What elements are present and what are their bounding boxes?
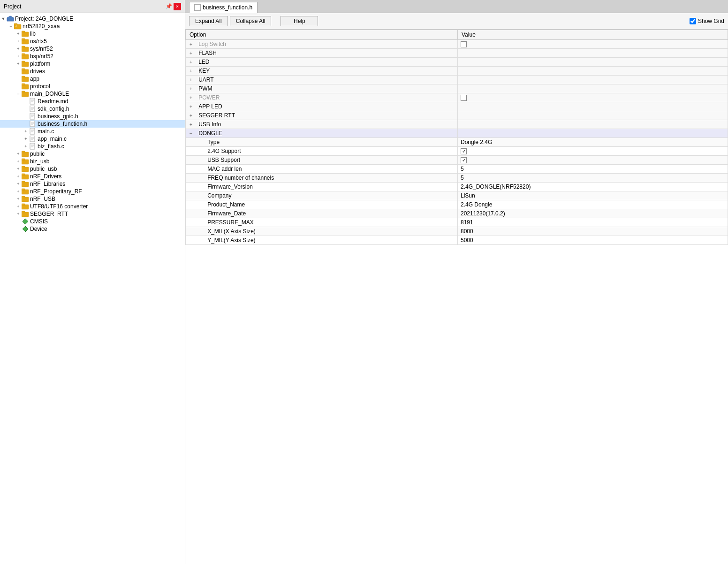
tree-item-nrfusb[interactable]: +nRF_USB	[0, 195, 185, 203]
expand-icon-pwm[interactable]: +	[189, 86, 193, 91]
tree-item-project-root[interactable]: ▼Project: 24G_DONGLE	[0, 15, 185, 23]
expand-icon[interactable]: +	[15, 188, 22, 195]
value-text-macaddrlen: 5	[461, 166, 464, 172]
tree-item-cmsis[interactable]: CMSIS	[0, 218, 185, 225]
expand-icon-key[interactable]: +	[189, 69, 193, 74]
value-checkbox-2g4support[interactable]: ✓	[461, 148, 467, 154]
prop-row-pwm[interactable]: + PWM	[186, 84, 728, 93]
tree-item-nrflibraries[interactable]: +nRF_Libraries	[0, 180, 185, 188]
tree-item-bspnrf52[interactable]: +bsp/nrf52	[0, 53, 185, 60]
expand-all-button[interactable]: Expand All	[189, 16, 228, 26]
tree-item-publicusb[interactable]: +public_usb	[0, 165, 185, 173]
prop-row-usbsupport[interactable]: USB Support ✓	[186, 156, 728, 165]
expand-icon[interactable]: +	[15, 46, 22, 52]
expand-icon-usb-info[interactable]: +	[189, 122, 193, 127]
prop-row-freqchannels[interactable]: FREQ number of channels 5	[186, 174, 728, 183]
prop-row-dongle[interactable]: − DONGLE	[186, 129, 728, 138]
tree-item-main-dongle[interactable]: −main_DONGLE	[0, 90, 185, 98]
tree-item-businessfunction[interactable]: business_function.h	[0, 120, 185, 128]
tree-item-bizflashc[interactable]: +biz_flash.c	[0, 143, 185, 150]
prop-row-segger-rtt[interactable]: + SEGGER RTT	[186, 111, 728, 120]
prop-row-led[interactable]: + LED	[186, 58, 728, 67]
tree-item-nrf52820[interactable]: −*nrf52820_xxaa	[0, 23, 185, 30]
expand-icon-led[interactable]: +	[189, 60, 193, 65]
value-checkbox-log-switch[interactable]	[461, 41, 467, 47]
tree-item-lib[interactable]: +lib	[0, 30, 185, 38]
property-grid: Option Value + Log Switch + FLASH	[185, 30, 728, 564]
expand-icon-flash[interactable]: +	[189, 51, 193, 56]
expand-icon[interactable]: +	[15, 151, 22, 157]
show-grid-checkbox[interactable]	[690, 18, 696, 24]
prop-row-2g4support[interactable]: 2.4G Support ✓	[186, 147, 728, 156]
close-button[interactable]: ✕	[174, 3, 181, 10]
expand-icon[interactable]: +	[15, 61, 22, 67]
value-checkbox-power[interactable]	[461, 95, 467, 101]
tree-item-utf8[interactable]: +UTF8/UTF16 converter	[0, 203, 185, 210]
prop-row-uart[interactable]: + UART	[186, 76, 728, 84]
prop-row-firmwaredate[interactable]: Firmware_Date 20211230(17.0.2)	[186, 209, 728, 218]
tree-item-nrfdrivers[interactable]: +nRF_Drivers	[0, 173, 185, 180]
tree-item-sysnrf52[interactable]: +sys/nrf52	[0, 45, 185, 53]
prop-row-company[interactable]: Company LiSun	[186, 191, 728, 200]
prop-row-ymil[interactable]: Y_MIL(Y Axis Size) 5000	[186, 236, 728, 245]
prop-row-xmil[interactable]: X_MIL(X Axis Size) 8000	[186, 227, 728, 236]
tree-item-nrfproprf[interactable]: +nRF_Properitary_RF	[0, 188, 185, 195]
expand-icon-dongle[interactable]: −	[189, 131, 193, 136]
collapse-icon[interactable]: −	[15, 91, 22, 97]
expand-icon[interactable]: +	[15, 38, 22, 45]
expand-icon-app-led[interactable]: +	[189, 104, 193, 109]
expand-icon[interactable]: +	[23, 128, 29, 135]
tree-item-protocol[interactable]: protocol	[0, 83, 185, 90]
tree-item-sdkconfig[interactable]: sdk_config.h	[0, 105, 185, 113]
tree-item-bizusb[interactable]: +biz_usb	[0, 158, 185, 165]
expand-icon[interactable]: +	[15, 181, 22, 187]
tree-item-businessgpio[interactable]: business_gpio.h	[0, 113, 185, 120]
expand-icon[interactable]: +	[23, 143, 29, 150]
tree-item-public[interactable]: +public	[0, 150, 185, 158]
prop-row-app-led[interactable]: + APP LED	[186, 102, 728, 111]
expand-icon-power[interactable]: +	[189, 95, 193, 100]
tree-item-appmainc[interactable]: +app_main.c	[0, 135, 185, 143]
collapse-icon[interactable]: ▼	[0, 15, 7, 22]
tree-item-readme[interactable]: Readme.md	[0, 98, 185, 105]
tree-item-drives[interactable]: drives	[0, 68, 185, 75]
collapse-icon[interactable]: −	[8, 23, 14, 30]
expand-icon[interactable]: +	[15, 211, 22, 217]
expand-icon[interactable]: +	[23, 136, 29, 142]
prop-row-type[interactable]: Type Dongle 2.4G	[186, 138, 728, 147]
expand-icon[interactable]: +	[15, 196, 22, 202]
option-label-app-led: APP LED	[195, 103, 222, 110]
prop-row-usb-info[interactable]: + USB Info	[186, 120, 728, 129]
collapse-all-button[interactable]: Collapse All	[230, 16, 272, 26]
prop-row-macaddrlen[interactable]: MAC addr len 5	[186, 165, 728, 174]
expand-icon[interactable]: +	[15, 203, 22, 210]
svg-rect-46	[30, 143, 35, 149]
tree-item-segggertt[interactable]: +SEGGER_RTT	[0, 210, 185, 218]
pin-button[interactable]: 📌	[165, 3, 173, 10]
prop-row-log-switch[interactable]: + Log Switch	[186, 40, 728, 49]
tree-item-osrtx5[interactable]: +os/rtx5	[0, 38, 185, 45]
expand-icon[interactable]: +	[15, 173, 22, 180]
tree-item-app[interactable]: app	[0, 75, 185, 83]
option-cell-macaddrlen: MAC addr len	[186, 165, 458, 174]
tree-item-mainc[interactable]: +main.c	[0, 128, 185, 135]
expand-icon[interactable]: +	[15, 158, 22, 165]
item-icon-lib	[22, 30, 29, 37]
tree-item-device[interactable]: Device	[0, 225, 185, 233]
active-tab[interactable]: business_function.h	[189, 2, 258, 13]
help-button[interactable]: Help	[281, 16, 318, 26]
expand-icon-uart[interactable]: +	[189, 77, 193, 83]
prop-row-key[interactable]: + KEY	[186, 67, 728, 76]
prop-row-productname[interactable]: Product_Name 2.4G Dongle	[186, 200, 728, 209]
prop-row-power[interactable]: + POWER	[186, 93, 728, 102]
prop-row-firmwareversion[interactable]: Firmware_Version 2.4G_DONGLE(NRF52820)	[186, 183, 728, 191]
expand-icon[interactable]: +	[15, 166, 22, 172]
expand-icon[interactable]: +	[15, 30, 22, 37]
value-checkbox-usbsupport[interactable]: ✓	[461, 157, 467, 163]
tree-item-platform[interactable]: +platform	[0, 60, 185, 68]
expand-icon-log-switch[interactable]: +	[189, 42, 193, 47]
prop-row-flash[interactable]: + FLASH	[186, 49, 728, 58]
expand-icon[interactable]: +	[15, 53, 22, 60]
prop-row-pressuremax[interactable]: PRESSURE_MAX 8191	[186, 218, 728, 227]
expand-icon-segger-rtt[interactable]: +	[189, 113, 193, 118]
